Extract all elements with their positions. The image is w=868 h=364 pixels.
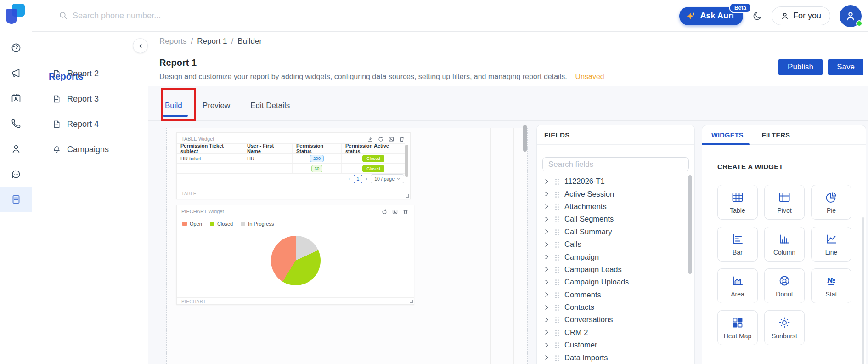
drag-handle-icon[interactable] <box>555 342 557 344</box>
rail-item-events[interactable] <box>0 85 32 111</box>
rail-item-dashboard[interactable] <box>0 35 32 60</box>
field-group-row[interactable]: Call Segments <box>537 213 694 225</box>
tab-edit-details[interactable]: Edit Details <box>250 101 290 120</box>
pie-chart[interactable] <box>271 236 321 285</box>
widget-card-pie[interactable]: Pie <box>811 185 851 220</box>
table-widget[interactable]: TABLE Widget <box>176 132 411 199</box>
export-image-icon[interactable] <box>392 209 398 215</box>
field-group-row[interactable]: CRM 2 <box>537 326 694 339</box>
next-page-button[interactable]: › <box>366 175 367 183</box>
drag-handle-icon[interactable] <box>555 279 557 281</box>
field-group-row[interactable]: Conversations <box>537 313 694 326</box>
field-group-row[interactable]: Call Summary <box>537 226 694 238</box>
field-group-row[interactable]: Campaign Uploads <box>537 276 694 288</box>
sidebar-item-report-2[interactable]: Report 2 <box>32 64 148 83</box>
rail-item-reports[interactable] <box>0 187 32 212</box>
for-you-button[interactable]: For you <box>772 6 830 25</box>
widget-card-bar[interactable]: Bar <box>717 227 758 262</box>
global-search[interactable] <box>59 11 265 21</box>
tab-filters[interactable]: FILTERS <box>762 131 790 139</box>
breadcrumb-report-1[interactable]: Report 1 <box>197 37 227 46</box>
field-group-row[interactable]: Calls <box>537 238 694 250</box>
field-group-row[interactable]: Campaign Leads <box>537 263 694 276</box>
sidebar-item-report-3[interactable]: Report 3 <box>32 90 148 108</box>
drag-handle-icon[interactable] <box>555 355 557 357</box>
tab-preview[interactable]: Preview <box>203 101 230 120</box>
drag-handle-icon[interactable] <box>555 216 557 218</box>
field-group-row[interactable]: Attachments <box>537 200 694 213</box>
widget-card-stat[interactable]: № Stat <box>811 268 851 303</box>
resize-handle[interactable] <box>410 300 413 303</box>
tab-build[interactable]: Build <box>165 101 182 120</box>
fields-search-input[interactable] <box>542 157 689 171</box>
column-header[interactable]: Permission Ticket subject <box>177 144 243 153</box>
collapse-sidebar-button[interactable] <box>133 38 148 53</box>
drag-handle-icon[interactable] <box>555 330 557 331</box>
table-row[interactable]: 30 Closed <box>177 164 405 174</box>
legend-item-closed[interactable]: Closed <box>210 221 233 227</box>
rail-item-campaigns-megaphone[interactable] <box>0 60 32 85</box>
widget-card-heat-map[interactable]: Heat Map <box>717 310 758 345</box>
column-header[interactable]: User - First Name <box>243 144 293 153</box>
search-input[interactable] <box>73 11 265 21</box>
legend-item-open[interactable]: Open <box>182 221 202 227</box>
piechart-widget[interactable]: PIECHART Widget <box>176 205 414 305</box>
drag-handle-icon[interactable] <box>555 317 557 318</box>
refresh-icon[interactable] <box>382 209 387 215</box>
drag-handle-icon[interactable] <box>555 292 557 294</box>
drag-handle-icon[interactable] <box>555 204 557 205</box>
user-avatar[interactable] <box>840 5 862 27</box>
sidebar-item-campaigns[interactable]: Campaigns <box>32 140 148 159</box>
dark-mode-toggle[interactable] <box>752 11 762 21</box>
drag-handle-icon[interactable] <box>555 229 557 231</box>
drag-handle-icon[interactable] <box>555 242 557 243</box>
widget-card-line[interactable]: Line <box>811 227 851 262</box>
ask-auri-button[interactable]: Ask Auri Beta <box>679 7 743 25</box>
breadcrumb-builder[interactable]: Builder <box>237 37 262 46</box>
page-size-select[interactable]: 10 / page <box>371 174 404 183</box>
column-header[interactable]: Permission Status <box>293 144 342 153</box>
column-header[interactable]: Permission Active status <box>342 144 405 153</box>
fields-scrollbar[interactable] <box>688 175 692 274</box>
field-group-row[interactable]: Comments <box>537 289 694 301</box>
widget-card-table[interactable]: Table <box>717 185 758 220</box>
delete-icon[interactable] <box>403 209 408 215</box>
table-scrollbar[interactable] <box>405 145 408 177</box>
field-group-row[interactable]: Active Session <box>537 188 694 200</box>
legend-item-in-progress[interactable]: In Progress <box>241 221 274 227</box>
rail-item-calls[interactable] <box>0 111 32 136</box>
widgets-scrollbar[interactable] <box>862 217 864 364</box>
breadcrumb-reports[interactable]: Reports <box>159 37 187 46</box>
publish-button[interactable]: Publish <box>778 59 823 75</box>
report-canvas[interactable]: TABLE Widget <box>166 128 528 364</box>
field-group-row[interactable]: 1122026-T1 <box>537 175 694 188</box>
table-row[interactable]: HR ticket HR 200 Closed <box>177 154 405 164</box>
canvas-scrollbar[interactable] <box>523 125 527 152</box>
drag-handle-icon[interactable] <box>555 305 557 306</box>
delete-icon[interactable] <box>399 136 405 142</box>
app-logo[interactable] <box>6 4 25 24</box>
drag-handle-icon[interactable] <box>555 267 557 268</box>
sidebar-item-report-4[interactable]: Report 4 <box>32 115 148 133</box>
widget-card-area[interactable]: Area <box>717 268 758 303</box>
resize-handle[interactable] <box>406 194 409 198</box>
field-group-row[interactable]: Contacts <box>537 301 694 313</box>
rail-item-contacts[interactable] <box>0 136 32 161</box>
drag-handle-icon[interactable] <box>555 192 557 193</box>
drag-handle-icon[interactable] <box>555 179 557 180</box>
page-number-button[interactable]: 1 <box>354 175 362 183</box>
export-image-icon[interactable] <box>389 136 394 142</box>
field-group-row[interactable]: Campaign <box>537 250 694 263</box>
drag-handle-icon[interactable] <box>555 255 557 256</box>
field-group-row[interactable]: Data Imports <box>537 351 694 364</box>
widget-card-pivot[interactable]: Pivot <box>764 185 805 220</box>
prev-page-button[interactable]: ‹ <box>349 175 350 183</box>
widget-card-donut[interactable]: Donut <box>764 268 805 303</box>
field-group-row[interactable]: Customer <box>537 339 694 351</box>
refresh-icon[interactable] <box>378 136 383 142</box>
download-icon[interactable] <box>367 136 373 142</box>
save-button[interactable]: Save <box>828 59 863 75</box>
widget-card-sunburst[interactable]: Sunburst <box>764 310 805 345</box>
widget-card-column[interactable]: Column <box>764 227 805 262</box>
tab-widgets[interactable]: WIDGETS <box>711 131 744 139</box>
